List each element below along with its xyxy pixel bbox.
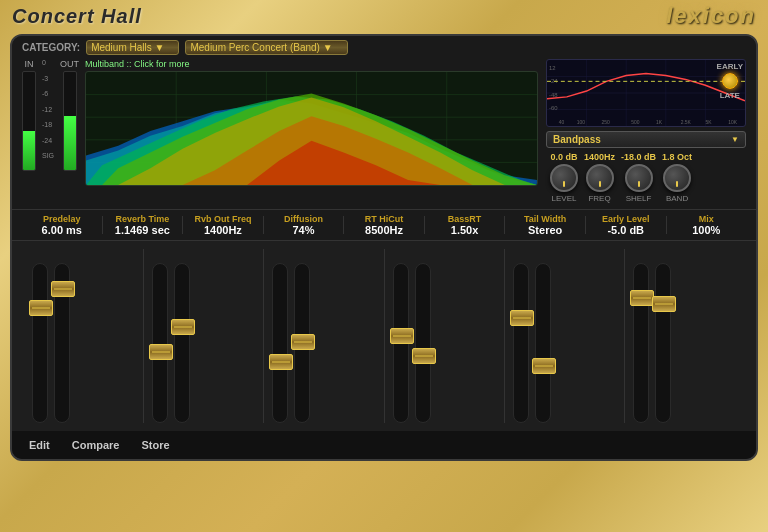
fader-handle-2-0[interactable]	[269, 354, 293, 370]
freq-knob[interactable]	[586, 164, 614, 192]
param-name-2: Rvb Out Freq	[187, 214, 259, 224]
fader-handle-0-0[interactable]	[29, 300, 53, 316]
level-label: LEVEL	[552, 194, 577, 203]
param-value-3: 74%	[268, 224, 340, 236]
params-section: Predelay 6.00 ms Reverb Time 1.1469 sec …	[12, 209, 756, 241]
band-indicator	[676, 181, 678, 187]
top-content: IN 0 -3 -6 -12 -18 -24 SIG OUT	[12, 59, 756, 209]
param-value-6: Stereo	[509, 224, 581, 236]
svg-text:250: 250	[601, 120, 610, 125]
early-dot[interactable]	[722, 73, 738, 89]
svg-text:-48: -48	[549, 92, 558, 98]
fader-group-5	[625, 249, 744, 423]
fader-group-3	[385, 249, 505, 423]
svg-text:5K: 5K	[705, 120, 712, 125]
category-dropdown[interactable]: Medium Halls ▼	[86, 40, 179, 55]
fader-handle-5-1[interactable]	[652, 296, 676, 312]
title-bar: Concert Hall lexicon	[0, 0, 768, 32]
in-meter-bar	[22, 71, 36, 171]
fader-track-1-0[interactable]	[152, 263, 168, 423]
fader-group-1	[144, 249, 264, 423]
param-col-0[interactable]: Predelay 6.00 ms	[22, 214, 102, 236]
param-name-3: Diffusion	[268, 214, 340, 224]
fader-handle-1-1[interactable]	[171, 319, 195, 335]
compare-button[interactable]: Compare	[65, 436, 127, 454]
out-meter-column: OUT	[60, 59, 79, 171]
spectrum-svg	[86, 72, 537, 185]
fader-track-2-0[interactable]	[272, 263, 288, 423]
fader-track-4-0[interactable]	[513, 263, 529, 423]
param-value-4: 8500Hz	[348, 224, 420, 236]
fader-track-3-0[interactable]	[393, 263, 409, 423]
param-name-4: RT HiCut	[348, 214, 420, 224]
param-col-1[interactable]: Reverb Time 1.1469 sec	[103, 214, 183, 236]
fader-track-4-1[interactable]	[535, 263, 551, 423]
fader-track-0-1[interactable]	[54, 263, 70, 423]
param-col-7[interactable]: Early Level -5.0 dB	[586, 214, 666, 236]
bottom-toolbar: Edit Compare Store	[12, 431, 756, 459]
early-late: EARLY LATE	[717, 62, 743, 100]
params-header: Predelay 6.00 ms Reverb Time 1.1469 sec …	[22, 214, 746, 236]
param-name-6: Tail Width	[509, 214, 581, 224]
fader-handle-4-0[interactable]	[510, 310, 534, 326]
param-name-7: Early Level	[590, 214, 662, 224]
param-col-8[interactable]: Mix 100%	[667, 214, 747, 236]
shelf-knob-group: -18.0 dB SHELF	[621, 152, 656, 203]
fader-track-5-0[interactable]	[633, 263, 649, 423]
eq-section: 12 -24 -48 -60 40 100 250 500 1K 2.5K 5K…	[546, 59, 746, 203]
plugin-body: CATEGORY: Medium Halls ▼ Medium Perc Con…	[10, 34, 758, 461]
early-label: EARLY	[717, 62, 743, 71]
fader-handle-3-0[interactable]	[390, 328, 414, 344]
level-indicator	[563, 181, 565, 187]
svg-text:-60: -60	[549, 106, 558, 112]
shelf-value: -18.0 dB	[621, 152, 656, 162]
param-col-5[interactable]: BassRT 1.50x	[425, 214, 505, 236]
fader-track-1-1[interactable]	[174, 263, 190, 423]
out-label: OUT	[60, 59, 79, 69]
freq-value: 1400Hz	[584, 152, 615, 162]
param-col-3[interactable]: Diffusion 74%	[264, 214, 344, 236]
in-label: IN	[25, 59, 34, 69]
fader-track-3-1[interactable]	[415, 263, 431, 423]
svg-text:100: 100	[577, 120, 586, 125]
out-meter-fill	[64, 116, 76, 170]
fader-track-2-1[interactable]	[294, 263, 310, 423]
left-section: IN 0 -3 -6 -12 -18 -24 SIG OUT	[22, 59, 538, 203]
edit-button[interactable]: Edit	[22, 436, 57, 454]
param-value-8: 100%	[671, 224, 743, 236]
fader-group-0	[24, 249, 144, 423]
shelf-label: SHELF	[626, 194, 652, 203]
svg-text:1K: 1K	[656, 120, 663, 125]
spectrum-display[interactable]	[85, 71, 538, 186]
level-knob[interactable]	[550, 164, 578, 192]
param-name-0: Predelay	[26, 214, 98, 224]
band-value: 1.8 Oct	[662, 152, 692, 162]
svg-text:40: 40	[559, 120, 565, 125]
svg-text:12: 12	[549, 65, 556, 71]
eq-svg: 12 -24 -48 -60 40 100 250 500 1K 2.5K 5K…	[547, 60, 745, 126]
preset-dropdown[interactable]: Medium Perc Concert (Band) ▼	[185, 40, 347, 55]
freq-label: FREQ	[588, 194, 610, 203]
band-knob[interactable]	[663, 164, 691, 192]
param-col-4[interactable]: RT HiCut 8500Hz	[344, 214, 424, 236]
fader-track-5-1[interactable]	[655, 263, 671, 423]
level-value: 0.0 dB	[550, 152, 577, 162]
param-col-6[interactable]: Tail Width Stereo	[505, 214, 585, 236]
fader-track-0-0[interactable]	[32, 263, 48, 423]
brand-title: lexicon	[666, 3, 756, 29]
fader-handle-1-0[interactable]	[149, 344, 173, 360]
io-meters: IN 0 -3 -6 -12 -18 -24 SIG OUT	[22, 59, 79, 179]
param-value-7: -5.0 dB	[590, 224, 662, 236]
fader-handle-3-1[interactable]	[412, 348, 436, 364]
fader-handle-0-1[interactable]	[51, 281, 75, 297]
fader-handle-4-1[interactable]	[532, 358, 556, 374]
band-knob-group: 1.8 Oct BAND	[662, 152, 692, 203]
spectrum-section[interactable]: Multiband :: Click for more	[85, 59, 538, 203]
fader-handle-5-0[interactable]	[630, 290, 654, 306]
fader-handle-2-1[interactable]	[291, 334, 315, 350]
store-button[interactable]: Store	[134, 436, 176, 454]
param-value-0: 6.00 ms	[26, 224, 98, 236]
bandpass-selector[interactable]: Bandpass ▼	[546, 131, 746, 148]
param-col-2[interactable]: Rvb Out Freq 1400Hz	[183, 214, 263, 236]
shelf-knob[interactable]	[625, 164, 653, 192]
